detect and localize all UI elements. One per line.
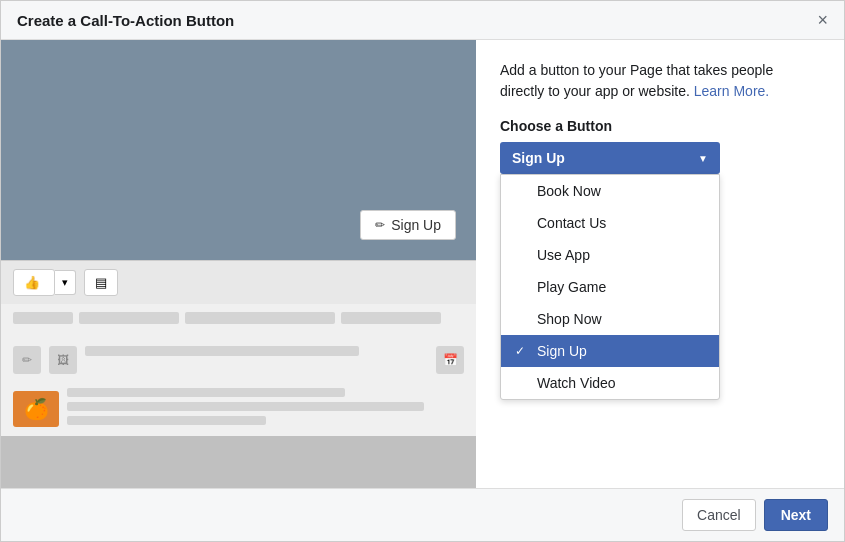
dropdown-item-contact-us[interactable]: Contact Us (501, 207, 719, 239)
dropdown-item-use-app[interactable]: Use App (501, 239, 719, 271)
message-button[interactable]: ▤ (84, 269, 118, 296)
modal-footer: Cancel Next (1, 488, 844, 541)
fb-sign-up-preview-button[interactable]: ✏ Sign Up (360, 210, 456, 240)
close-button[interactable]: × (817, 11, 828, 29)
content-bar (13, 312, 73, 324)
modal-body: ✏ Sign Up 👍 ▾ ▤ (1, 40, 844, 488)
fb-sign-up-label: Sign Up (391, 217, 441, 233)
like-icon: 👍 (24, 275, 40, 290)
thumb-lines (67, 388, 464, 430)
dropdown-item-label: Sign Up (537, 343, 587, 359)
modal-title: Create a Call-To-Action Button (17, 12, 234, 29)
thumb-line (67, 416, 266, 425)
dropdown-trigger[interactable]: Sign Up ▼ (500, 142, 720, 174)
choose-label: Choose a Button (500, 118, 820, 134)
pencil-icon: ✏ (375, 218, 385, 232)
dropdown-item-label: Play Game (537, 279, 606, 295)
dropdown-menu: Book Now Contact Us Use App Play Game (500, 174, 720, 400)
photo-icon-box: 🖼 (49, 346, 77, 374)
dropdown-item-shop-now[interactable]: Shop Now (501, 303, 719, 335)
fb-action-bar: 👍 ▾ ▤ (1, 260, 476, 304)
dropdown-item-watch-video[interactable]: Watch Video (501, 367, 719, 399)
modal-header: Create a Call-To-Action Button × (1, 1, 844, 40)
dropdown-container: Sign Up ▼ Book Now Contact Us Use App (500, 142, 720, 174)
content-row-1 (13, 312, 464, 324)
dropdown-selected-label: Sign Up (512, 150, 565, 166)
dropdown-item-label: Book Now (537, 183, 601, 199)
content-bar (185, 312, 335, 324)
dropdown-item-label: Contact Us (537, 215, 606, 231)
description-text: Add a button to your Page that takes peo… (500, 60, 820, 102)
content-bar (341, 312, 441, 324)
preview-panel: ✏ Sign Up 👍 ▾ ▤ (1, 40, 476, 488)
thumb-area: 🍊 (1, 382, 476, 436)
learn-more-link[interactable]: Learn More. (694, 83, 769, 99)
fb-post-area: ✏ 🖼 📅 (1, 338, 476, 382)
dropdown-item-sign-up[interactable]: ✓ Sign Up (501, 335, 719, 367)
config-panel: Add a button to your Page that takes peo… (476, 40, 844, 488)
dropdown-arrow-icon: ▼ (698, 153, 708, 164)
dropdown-item-label: Use App (537, 247, 590, 263)
next-button[interactable]: Next (764, 499, 828, 531)
modal: Create a Call-To-Action Button × ✏ Sign … (0, 0, 845, 542)
post-lines (85, 346, 428, 361)
thumb-line (67, 388, 345, 397)
cancel-button[interactable]: Cancel (682, 499, 756, 531)
calendar-icon-box: 📅 (436, 346, 464, 374)
thumb-image: 🍊 (13, 391, 59, 427)
checkmark-icon: ✓ (515, 344, 529, 358)
like-button[interactable]: 👍 (13, 269, 55, 296)
content-bar (79, 312, 179, 324)
edit-icon-box: ✏ (13, 346, 41, 374)
fb-page-content (1, 304, 476, 338)
dropdown-item-book-now[interactable]: Book Now (501, 175, 719, 207)
dropdown-item-play-game[interactable]: Play Game (501, 271, 719, 303)
dropdown-item-label: Watch Video (537, 375, 616, 391)
thumb-line (67, 402, 424, 411)
message-icon: ▤ (95, 275, 107, 290)
fb-cover-area: ✏ Sign Up (1, 40, 476, 260)
like-dropdown-button[interactable]: ▾ (55, 270, 76, 295)
post-line (85, 346, 359, 356)
dropdown-item-label: Shop Now (537, 311, 602, 327)
